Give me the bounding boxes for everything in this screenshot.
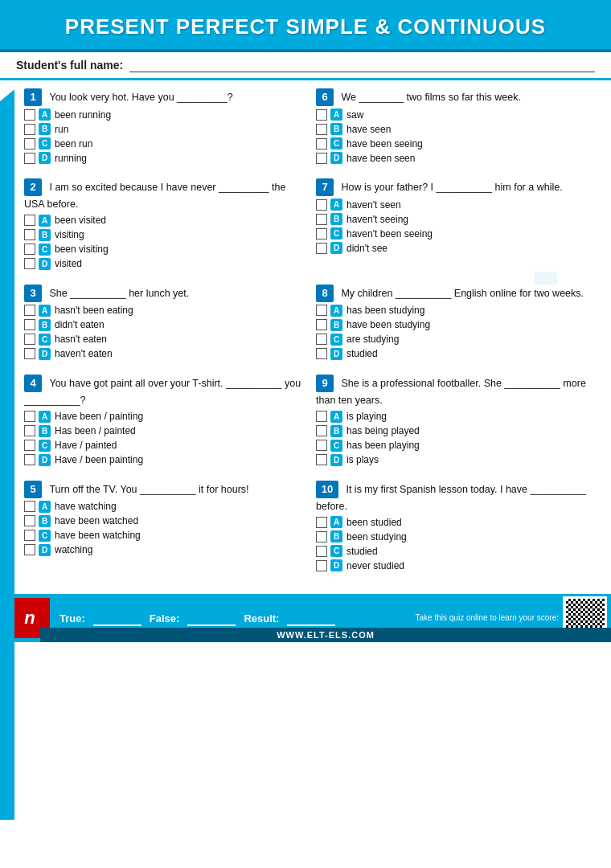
q3-option-c[interactable]: C hasn't eaten <box>24 334 301 346</box>
q10-option-a[interactable]: A been studied <box>316 516 593 528</box>
q6-option-c[interactable]: C have been seeing <box>316 137 593 149</box>
q5-option-b[interactable]: B have been watched <box>24 515 301 527</box>
q4-checkbox-c[interactable] <box>24 440 35 451</box>
q7-text-c: haven't been seeing <box>347 228 433 240</box>
q7-option-c[interactable]: C haven't been seeing <box>316 227 593 240</box>
q7-checkbox-d[interactable] <box>316 243 327 254</box>
q5-option-c[interactable]: C have been watching <box>24 530 301 542</box>
q2-checkbox-a[interactable] <box>24 215 35 226</box>
q10-option-d[interactable]: D never studied <box>316 559 593 571</box>
q4-option-c[interactable]: C Have / painted <box>24 440 301 452</box>
q5-checkbox-a[interactable] <box>24 501 35 512</box>
q10-checkbox-b[interactable] <box>316 531 327 542</box>
q6-text-a: saw <box>347 109 363 121</box>
q6-checkbox-c[interactable] <box>316 138 327 149</box>
q7-checkbox-b[interactable] <box>316 214 327 225</box>
q7-option-d[interactable]: D didn't see <box>316 242 593 254</box>
q8-option-c[interactable]: C are studying <box>316 334 593 346</box>
q3-checkbox-a[interactable] <box>24 305 35 316</box>
student-name-input[interactable] <box>129 58 595 72</box>
q5-option-a[interactable]: A have watching <box>24 501 301 513</box>
question-9: 9 She is a professional footballer. She … <box>316 375 593 468</box>
q4-text: You have got paint all over your T-shirt… <box>24 378 301 406</box>
q5-option-d[interactable]: D watching <box>24 544 301 556</box>
q4-option-a[interactable]: A Have been / painting <box>24 411 301 423</box>
q4-checkbox-a[interactable] <box>24 411 35 422</box>
q2-checkbox-c[interactable] <box>24 244 35 255</box>
q2-badge: 2 <box>24 178 42 196</box>
q9-checkbox-a[interactable] <box>316 411 327 422</box>
q2-option-c[interactable]: C been visiting <box>24 244 301 256</box>
q4-option-b[interactable]: B Has been / painted <box>24 425 301 437</box>
q4-checkbox-b[interactable] <box>24 425 35 436</box>
q5-letter-c: C <box>39 530 51 542</box>
q8-option-a[interactable]: A has been studying <box>316 305 593 317</box>
q2-option-b[interactable]: B visiting <box>24 229 301 241</box>
q3-checkbox-c[interactable] <box>24 334 35 345</box>
q3-option-b[interactable]: B didn't eaten <box>24 319 301 331</box>
q2-checkbox-d[interactable] <box>24 258 35 269</box>
q2-option-d[interactable]: D visited <box>24 258 301 270</box>
q6-option-b[interactable]: B have seen <box>316 123 593 135</box>
q6-checkbox-b[interactable] <box>316 124 327 135</box>
q8-checkbox-b[interactable] <box>316 319 327 330</box>
q6-option-a[interactable]: A saw <box>316 108 593 121</box>
question-7: 7 How is your father? I __________ him f… <box>316 178 593 272</box>
q5-text-a: have watching <box>55 501 117 512</box>
q8-checkbox-d[interactable] <box>316 348 327 359</box>
q5-checkbox-b[interactable] <box>24 515 35 526</box>
q3-text-a: hasn't been eating <box>55 305 133 316</box>
q2-checkbox-b[interactable] <box>24 229 35 240</box>
q1-option-c[interactable]: C been run <box>24 137 301 149</box>
q8-checkbox-a[interactable] <box>316 305 327 316</box>
q1-checkbox-b[interactable] <box>24 124 35 135</box>
q6-checkbox-d[interactable] <box>316 153 327 164</box>
q8-option-d[interactable]: D studied <box>316 348 593 360</box>
q10-checkbox-c[interactable] <box>316 546 327 557</box>
q3-option-d[interactable]: D haven't eaten <box>24 348 301 360</box>
q2-option-a[interactable]: A been visited <box>24 215 301 227</box>
q9-option-c[interactable]: C has been playing <box>316 440 593 452</box>
q9-checkbox-c[interactable] <box>316 440 327 451</box>
q6-checkbox-a[interactable] <box>316 109 327 121</box>
q3-checkbox-d[interactable] <box>24 348 35 359</box>
q9-option-d[interactable]: D is plays <box>316 454 593 466</box>
q1-checkbox-c[interactable] <box>24 138 35 149</box>
q10-checkbox-d[interactable] <box>316 560 327 571</box>
false-input[interactable] <box>187 610 236 626</box>
true-input[interactable] <box>93 610 141 626</box>
q5-badge: 5 <box>24 481 42 498</box>
q4-checkbox-d[interactable] <box>24 454 35 465</box>
q8-text-a: has been studying <box>347 305 424 316</box>
q1-option-b[interactable]: B run <box>24 123 301 135</box>
q9-option-a[interactable]: A is playing <box>316 411 593 423</box>
q9-checkbox-d[interactable] <box>316 454 327 465</box>
q3-option-a[interactable]: A hasn't been eating <box>24 305 301 317</box>
q8-option-b[interactable]: B have been studying <box>316 319 593 331</box>
q10-checkbox-a[interactable] <box>316 517 327 528</box>
q5-checkbox-d[interactable] <box>24 544 35 555</box>
q9-checkbox-b[interactable] <box>316 425 327 436</box>
q3-checkbox-b[interactable] <box>24 319 35 330</box>
q10-option-b[interactable]: B been studying <box>316 530 593 542</box>
q8-checkbox-c[interactable] <box>316 334 327 345</box>
question-3: 3 She __________ her lunch yet. A hasn't… <box>24 285 301 362</box>
q10-option-c[interactable]: C studied <box>316 545 593 557</box>
q7-checkbox-a[interactable] <box>316 199 327 211</box>
q6-letter-d: D <box>330 152 342 164</box>
q1-checkbox-a[interactable] <box>24 109 35 121</box>
q9-option-b[interactable]: B has being played <box>316 425 593 437</box>
q2-text-b: visiting <box>55 229 84 240</box>
result-input[interactable] <box>287 610 335 626</box>
q1-option-a[interactable]: A been running <box>24 108 301 121</box>
q5-letter-a: A <box>39 501 51 513</box>
q5-checkbox-c[interactable] <box>24 530 35 541</box>
q6-letter-a: A <box>330 108 342 121</box>
q7-option-a[interactable]: A haven't seen <box>316 199 593 211</box>
q6-option-d[interactable]: D have been seen <box>316 152 593 164</box>
q4-option-d[interactable]: D Have / been painting <box>24 454 301 466</box>
q1-option-d[interactable]: D running <box>24 152 301 164</box>
q7-option-b[interactable]: B haven't seeing <box>316 213 593 225</box>
q7-checkbox-c[interactable] <box>316 228 327 240</box>
q1-checkbox-d[interactable] <box>24 153 35 164</box>
